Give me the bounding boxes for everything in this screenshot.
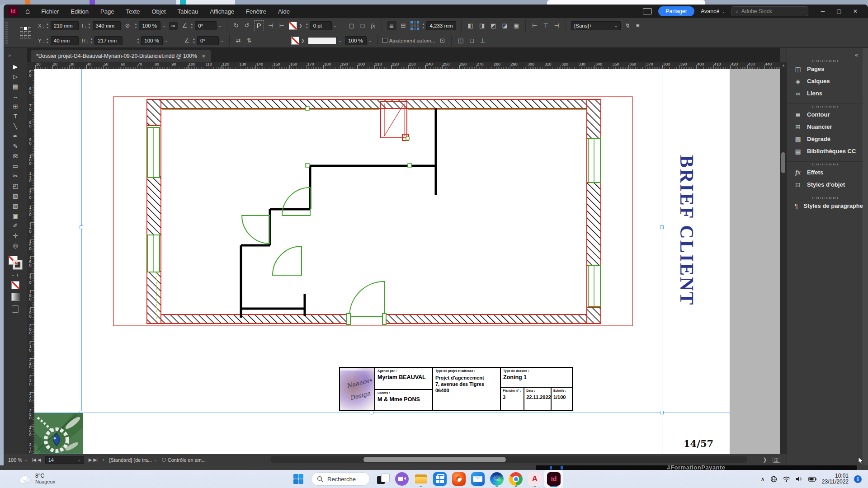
y-position-field[interactable]: Y : ▲▼ 40 mm (38, 36, 79, 45)
panel-item-calques[interactable]: ◈Calques (787, 75, 863, 87)
content-collector-tool[interactable]: ⊞ (8, 101, 23, 111)
clock-widget[interactable]: 10:01 23/11/2022 (822, 473, 849, 485)
floor-plan[interactable] (113, 96, 633, 327)
menu-page[interactable]: Page (95, 6, 119, 17)
notification-count-badge[interactable]: 6 (854, 475, 862, 483)
advanced-menu[interactable]: Avancé⌄ (701, 8, 725, 14)
menu-tableau[interactable]: Tableau (173, 6, 203, 17)
document-canvas[interactable]: BRIEF CLIENT Nuances Design Agencé par :… (34, 69, 780, 454)
panel-item-nuancier[interactable]: ⊞Nuancier (787, 121, 863, 133)
format-text-icon[interactable]: T (16, 273, 19, 277)
x-input[interactable]: 210 mm (51, 21, 79, 30)
y-input[interactable]: 40 mm (51, 36, 79, 45)
menu-edition[interactable]: Edition (66, 6, 94, 17)
flip-horizontal-icon[interactable]: ⇄ (235, 37, 242, 44)
stroke-style-dropdown[interactable]: ⌄ (308, 37, 342, 44)
panel-item-pages[interactable]: ◫Pages (787, 63, 863, 75)
stroke-tint-input[interactable]: 100 % (345, 36, 367, 45)
shear-input[interactable]: 0° (197, 36, 219, 45)
panel-item-bibliotheques-cc[interactable]: ▤Bibliothèques CC (787, 145, 863, 157)
menu-texte[interactable]: Texte (121, 6, 145, 17)
taskbar-task-switcher[interactable] (373, 470, 392, 488)
stepper-icon[interactable]: ▲▼ (306, 23, 308, 29)
menu-fichier[interactable]: Fichier (36, 6, 64, 17)
selection-handle[interactable] (370, 411, 373, 414)
preflight-status[interactable]: Contrôle en am... (162, 457, 206, 463)
quick-apply-icon[interactable]: ↯ (624, 22, 632, 29)
maximize-button[interactable]: ▢ (831, 6, 847, 16)
stepper-icon[interactable]: ▲▼ (90, 38, 93, 44)
chevron-down-icon[interactable]: ⌄ (165, 38, 168, 43)
type-tool[interactable]: T (8, 111, 23, 121)
chevron-down-icon[interactable]: ⌄ (221, 38, 224, 43)
chevron-down-icon[interactable]: ⌄ (162, 23, 166, 28)
width-input[interactable]: 340 mm (93, 21, 121, 30)
autofit-checkbox-field[interactable]: Ajustement autom... (382, 38, 435, 43)
panel-group-drag-handle[interactable] (812, 60, 838, 62)
gradient-tool[interactable]: ▧ (8, 191, 23, 201)
constrain-dimensions-icon[interactable]: ⊘ (124, 22, 132, 29)
gap-tool[interactable]: ↔ (8, 91, 23, 101)
zoom-level-dropdown[interactable]: 100 % ⌄ (8, 457, 28, 463)
autofit-checkbox[interactable] (382, 38, 387, 43)
align-center-icon[interactable]: ⊤ (542, 22, 549, 29)
stepper-icon[interactable]: ▲▼ (422, 23, 425, 29)
selection-tool[interactable]: ▶ (8, 61, 23, 71)
taskbar-search[interactable]: Recherche (311, 472, 370, 486)
share-screen-icon[interactable] (643, 8, 652, 14)
panel-item-liens[interactable]: ∞Liens (787, 87, 863, 99)
tray-expand-icon[interactable]: ∧ (760, 476, 765, 483)
home-icon[interactable]: ⌂ (25, 7, 30, 16)
dock-edge-strip[interactable] (863, 48, 868, 465)
apply-gradient-swatch[interactable] (11, 293, 19, 301)
distribute-icon[interactable]: ⊣ (267, 22, 275, 29)
network-globe-icon[interactable] (770, 476, 777, 483)
wrap-offset-field[interactable]: ▲▼ 4,233 mm (422, 21, 456, 30)
taskbar-indesign[interactable]: Id (544, 470, 563, 488)
selection-handle[interactable] (660, 411, 664, 414)
note-tool[interactable]: ▣ (8, 211, 23, 221)
start-button[interactable] (289, 470, 307, 488)
stepper-icon[interactable]: ▲▼ (46, 38, 49, 44)
panel-group-drag-handle[interactable] (812, 106, 838, 108)
split-window-icon[interactable]: ◫ (773, 457, 780, 463)
panel-group-drag-handle[interactable] (812, 164, 838, 165)
stepper-icon[interactable]: ▲▼ (46, 23, 49, 29)
distribute-icon[interactable]: ⊢ (278, 22, 286, 29)
first-page-button[interactable]: |◀ (32, 457, 36, 462)
panel-menu-icon[interactable]: ≡ (635, 22, 641, 29)
chevron-down-icon[interactable]: ⌄ (368, 38, 372, 43)
jewelry-photo-frame[interactable] (34, 413, 83, 454)
menu-fenêtre[interactable]: Fenêtre (241, 6, 271, 17)
height-field[interactable]: H : ▲▼ 217 mm (82, 36, 123, 45)
collapse-panels-icon[interactable]: « (855, 52, 858, 58)
pen-tool[interactable]: ✒ (8, 131, 23, 141)
taskbar-chrome[interactable] (506, 470, 525, 488)
direct-selection-tool[interactable]: ▷ (8, 71, 23, 81)
apply-none-swatch[interactable] (11, 281, 19, 289)
menu-affichage[interactable]: Affichage (205, 6, 239, 17)
stroke-weight-field[interactable]: ▲▼ 0 pt ⌄ (306, 21, 337, 30)
stepper-icon[interactable]: ▲▼ (134, 23, 137, 29)
minimize-button[interactable]: ─ (815, 6, 831, 16)
panel-item-effets[interactable]: fxEffets (787, 166, 863, 178)
fitting-icon[interactable]: ◧ (467, 22, 475, 29)
menu-objet[interactable]: Objet (147, 6, 171, 17)
corner-radius-icon[interactable]: ◻ (359, 22, 367, 29)
taskbar-microsoft-store[interactable] (430, 470, 449, 488)
scroll-up-icon[interactable]: ▲ (782, 63, 785, 67)
width-field[interactable]: I : ▲▼ 340 mm (82, 21, 121, 30)
line-tool[interactable]: ╲ (8, 121, 23, 131)
align-left-icon[interactable]: ⊢ (531, 22, 538, 29)
panel-item-contour[interactable]: ≣Contour (787, 108, 863, 121)
object-style-dropdown[interactable]: [Sans]+ ⌄ (571, 21, 621, 30)
wrap-offset-input[interactable]: 4,233 mm (426, 21, 456, 30)
control-bar-gripper[interactable] (5, 22, 8, 44)
free-transform-tool[interactable]: ◰ (8, 181, 23, 191)
ruler-origin-box[interactable] (27, 62, 34, 69)
taskbar-mail[interactable] (468, 470, 487, 488)
taskbar-acrobat[interactable]: A (525, 470, 544, 488)
gutter-icon[interactable]: ◻ (468, 37, 476, 44)
tools-expand-icon[interactable]: » (8, 52, 11, 58)
fill-color-swatch[interactable] (291, 37, 299, 45)
